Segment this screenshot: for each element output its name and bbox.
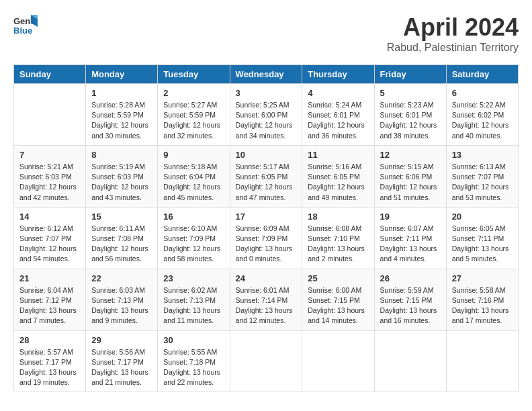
calendar-cell: 22Sunrise: 6:03 AM Sunset: 7:13 PM Dayli…: [86, 269, 158, 330]
day-info: Sunrise: 5:19 AM Sunset: 6:03 PM Dayligh…: [91, 162, 152, 203]
calendar-cell: 17Sunrise: 6:09 AM Sunset: 7:09 PM Dayli…: [230, 207, 302, 269]
day-number: 1: [91, 88, 152, 98]
day-info: Sunrise: 5:25 AM Sunset: 6:00 PM Dayligh…: [236, 100, 297, 141]
calendar-cell: 29Sunrise: 5:56 AM Sunset: 7:17 PM Dayli…: [86, 330, 158, 392]
day-number: 17: [236, 212, 297, 222]
calendar-cell: 10Sunrise: 5:17 AM Sunset: 6:05 PM Dayli…: [230, 145, 302, 207]
day-number: 13: [452, 150, 513, 160]
day-info: Sunrise: 5:21 AM Sunset: 6:03 PM Dayligh…: [19, 162, 80, 203]
header: General Blue April 2024 Rabud, Palestini…: [13, 13, 519, 54]
day-number: 20: [452, 212, 513, 222]
day-info: Sunrise: 5:28 AM Sunset: 5:59 PM Dayligh…: [91, 100, 152, 141]
col-header-wednesday: Wednesday: [230, 65, 302, 84]
calendar-cell: 25Sunrise: 6:00 AM Sunset: 7:15 PM Dayli…: [302, 269, 374, 330]
day-number: 4: [308, 88, 368, 98]
subtitle: Rabud, Palestinian Territory: [387, 42, 519, 54]
calendar-cell: 11Sunrise: 5:16 AM Sunset: 6:05 PM Dayli…: [302, 145, 374, 207]
calendar-cell: 8Sunrise: 5:19 AM Sunset: 6:03 PM Daylig…: [86, 145, 158, 207]
day-number: 8: [91, 150, 152, 160]
day-info: Sunrise: 6:07 AM Sunset: 7:11 PM Dayligh…: [380, 224, 441, 265]
calendar-week-1: 1Sunrise: 5:28 AM Sunset: 5:59 PM Daylig…: [14, 84, 519, 146]
day-info: Sunrise: 6:03 AM Sunset: 7:13 PM Dayligh…: [91, 285, 152, 326]
day-number: 18: [308, 212, 368, 222]
day-number: 22: [91, 273, 152, 283]
col-header-saturday: Saturday: [446, 65, 518, 84]
calendar-cell: [374, 330, 446, 392]
day-number: 16: [163, 212, 224, 222]
calendar-cell: 26Sunrise: 5:59 AM Sunset: 7:15 PM Dayli…: [374, 269, 446, 330]
calendar-cell: 23Sunrise: 6:02 AM Sunset: 7:13 PM Dayli…: [158, 269, 230, 330]
main-title: April 2024: [387, 13, 519, 42]
day-number: 27: [452, 273, 513, 283]
day-info: Sunrise: 6:01 AM Sunset: 7:14 PM Dayligh…: [236, 285, 297, 326]
day-info: Sunrise: 5:57 AM Sunset: 7:17 PM Dayligh…: [19, 347, 80, 388]
col-header-friday: Friday: [374, 65, 446, 84]
col-header-tuesday: Tuesday: [158, 65, 230, 84]
day-number: 9: [163, 150, 224, 160]
day-number: 5: [380, 88, 441, 98]
calendar-week-2: 7Sunrise: 5:21 AM Sunset: 6:03 PM Daylig…: [14, 145, 519, 207]
day-number: 25: [308, 273, 368, 283]
calendar-cell: 15Sunrise: 6:11 AM Sunset: 7:08 PM Dayli…: [86, 207, 158, 269]
calendar-cell: 4Sunrise: 5:24 AM Sunset: 6:01 PM Daylig…: [302, 84, 374, 146]
day-info: Sunrise: 6:04 AM Sunset: 7:12 PM Dayligh…: [19, 285, 80, 326]
calendar-cell: [302, 330, 374, 392]
calendar-week-5: 28Sunrise: 5:57 AM Sunset: 7:17 PM Dayli…: [14, 330, 519, 392]
day-number: 19: [380, 212, 441, 222]
day-number: 30: [163, 335, 224, 345]
day-info: Sunrise: 5:55 AM Sunset: 7:18 PM Dayligh…: [163, 347, 224, 388]
calendar-cell: 3Sunrise: 5:25 AM Sunset: 6:00 PM Daylig…: [230, 84, 302, 146]
calendar-cell: 2Sunrise: 5:27 AM Sunset: 5:59 PM Daylig…: [158, 84, 230, 146]
col-header-sunday: Sunday: [14, 65, 86, 84]
logo-icon: General Blue: [13, 13, 38, 38]
day-number: 3: [236, 88, 297, 98]
calendar-cell: 27Sunrise: 5:58 AM Sunset: 7:16 PM Dayli…: [446, 269, 518, 330]
day-info: Sunrise: 5:22 AM Sunset: 6:02 PM Dayligh…: [452, 100, 513, 141]
day-number: 6: [452, 88, 513, 98]
title-area: April 2024 Rabud, Palestinian Territory: [387, 13, 519, 54]
day-info: Sunrise: 5:16 AM Sunset: 6:05 PM Dayligh…: [308, 162, 368, 203]
calendar-cell: 19Sunrise: 6:07 AM Sunset: 7:11 PM Dayli…: [374, 207, 446, 269]
day-number: 11: [308, 150, 368, 160]
calendar-cell: 18Sunrise: 6:08 AM Sunset: 7:10 PM Dayli…: [302, 207, 374, 269]
day-number: 23: [163, 273, 224, 283]
day-info: Sunrise: 5:23 AM Sunset: 6:01 PM Dayligh…: [380, 100, 441, 141]
col-header-thursday: Thursday: [302, 65, 374, 84]
day-info: Sunrise: 6:00 AM Sunset: 7:15 PM Dayligh…: [308, 285, 368, 326]
day-number: 7: [19, 150, 80, 160]
calendar-cell: 12Sunrise: 5:15 AM Sunset: 6:06 PM Dayli…: [374, 145, 446, 207]
day-info: Sunrise: 5:15 AM Sunset: 6:06 PM Dayligh…: [380, 162, 441, 203]
day-number: 21: [19, 273, 80, 283]
calendar-cell: 9Sunrise: 5:18 AM Sunset: 6:04 PM Daylig…: [158, 145, 230, 207]
calendar-cell: 24Sunrise: 6:01 AM Sunset: 7:14 PM Dayli…: [230, 269, 302, 330]
day-info: Sunrise: 6:05 AM Sunset: 7:11 PM Dayligh…: [452, 224, 513, 265]
calendar-cell: 21Sunrise: 6:04 AM Sunset: 7:12 PM Dayli…: [14, 269, 86, 330]
day-info: Sunrise: 5:18 AM Sunset: 6:04 PM Dayligh…: [163, 162, 224, 203]
calendar-cell: 5Sunrise: 5:23 AM Sunset: 6:01 PM Daylig…: [374, 84, 446, 146]
day-info: Sunrise: 5:58 AM Sunset: 7:16 PM Dayligh…: [452, 285, 513, 326]
day-number: 29: [91, 335, 152, 345]
day-info: Sunrise: 5:59 AM Sunset: 7:15 PM Dayligh…: [380, 285, 441, 326]
calendar-table: SundayMondayTuesdayWednesdayThursdayFrid…: [13, 64, 519, 392]
svg-text:Blue: Blue: [13, 26, 32, 36]
day-number: 15: [91, 212, 152, 222]
calendar-cell: 1Sunrise: 5:28 AM Sunset: 5:59 PM Daylig…: [86, 84, 158, 146]
day-info: Sunrise: 5:56 AM Sunset: 7:17 PM Dayligh…: [91, 347, 152, 388]
day-number: 24: [236, 273, 297, 283]
day-number: 2: [163, 88, 224, 98]
calendar-week-3: 14Sunrise: 6:12 AM Sunset: 7:07 PM Dayli…: [14, 207, 519, 269]
day-info: Sunrise: 6:09 AM Sunset: 7:09 PM Dayligh…: [236, 224, 297, 265]
calendar-cell: 28Sunrise: 5:57 AM Sunset: 7:17 PM Dayli…: [14, 330, 86, 392]
day-info: Sunrise: 6:02 AM Sunset: 7:13 PM Dayligh…: [163, 285, 224, 326]
calendar-cell: 30Sunrise: 5:55 AM Sunset: 7:18 PM Dayli…: [158, 330, 230, 392]
calendar-cell: [14, 84, 86, 146]
day-number: 12: [380, 150, 441, 160]
calendar-cell: 6Sunrise: 5:22 AM Sunset: 6:02 PM Daylig…: [446, 84, 518, 146]
calendar-cell: [446, 330, 518, 392]
calendar-cell: 16Sunrise: 6:10 AM Sunset: 7:09 PM Dayli…: [158, 207, 230, 269]
day-number: 28: [19, 335, 80, 345]
day-info: Sunrise: 6:13 AM Sunset: 7:07 PM Dayligh…: [452, 162, 513, 203]
day-number: 14: [19, 212, 80, 222]
day-number: 26: [380, 273, 441, 283]
day-info: Sunrise: 5:24 AM Sunset: 6:01 PM Dayligh…: [308, 100, 368, 141]
